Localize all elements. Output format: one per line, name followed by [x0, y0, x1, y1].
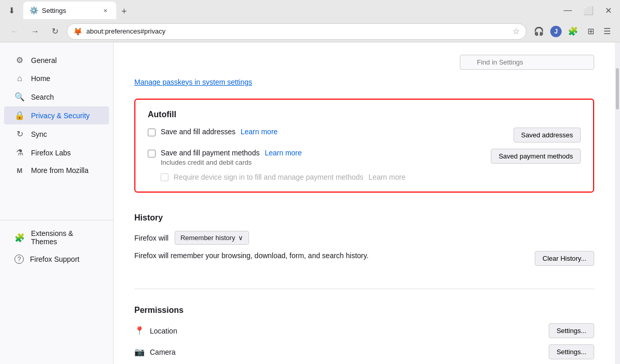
save-addresses-label: Save and fill addresses	[161, 128, 236, 136]
refresh-button[interactable]: ↻	[48, 24, 63, 38]
settings-tab[interactable]: ⚙️ Settings ×	[23, 2, 116, 19]
find-settings-input[interactable]	[460, 55, 594, 70]
history-description: Firefox will remember your browsing, dow…	[134, 251, 368, 260]
tab-list: ⚙️ Settings × +	[21, 2, 557, 19]
title-bar: ⬇ ⚙️ Settings × + — ⬜ ✕	[0, 0, 620, 21]
sync-icon: ↻	[14, 129, 25, 139]
save-payment-label: Save and fill payment methods	[161, 149, 259, 157]
saved-addresses-button[interactable]: Saved addresses	[514, 128, 581, 143]
nav-icons: 🎧 J 🧩 ⊞ ☰	[531, 24, 614, 38]
labs-icon: ⚗	[14, 148, 25, 157]
location-text: Location	[150, 327, 177, 335]
scrollbar-track[interactable]	[615, 42, 620, 364]
profile-avatar[interactable]: J	[550, 26, 562, 37]
require-sign-in-label: Require device sign in to fill and manag…	[174, 173, 363, 181]
saved-payment-action: Saved payment methods	[478, 149, 581, 164]
passkeys-link-wrapper: Manage passkeys in system settings	[134, 78, 594, 94]
minimize-button[interactable]: —	[560, 4, 576, 17]
save-payment-checkbox[interactable]	[148, 150, 156, 157]
history-section: History Firefox will Remember history ∨ …	[134, 205, 594, 280]
maximize-button[interactable]: ⬜	[579, 4, 598, 18]
gear-icon: ⚙	[14, 55, 25, 65]
sidebar-item-extensions[interactable]: 🧩 Extensions & Themes	[4, 225, 109, 250]
find-input-wrapper	[460, 55, 594, 70]
sidebar-label-extensions: Extensions & Themes	[31, 229, 99, 246]
location-icon: 📍	[134, 326, 145, 336]
camera-icon: 📷	[134, 347, 145, 357]
sidebar-item-sync[interactable]: ↻ Sync	[4, 125, 109, 143]
sidebar-label-search: Search	[31, 93, 54, 101]
history-title: History	[134, 213, 594, 223]
clear-history-button[interactable]: Clear History...	[535, 251, 594, 266]
payment-sub-text: Includes credit and debit cards	[161, 159, 478, 166]
main-content: Manage passkeys in system settings Autof…	[114, 42, 615, 364]
mozilla-icon: M	[14, 167, 25, 175]
saved-payment-methods-button[interactable]: Saved payment methods	[491, 149, 581, 164]
sidebar-label-support: Firefox Support	[30, 255, 80, 263]
firefox-will-row: Firefox will Remember history ∨	[134, 231, 594, 245]
camera-settings-button[interactable]: Settings...	[549, 344, 594, 359]
save-addresses-checkbox[interactable]	[148, 129, 156, 136]
new-tab-button[interactable]: +	[117, 4, 131, 19]
tab-favicon: ⚙️	[29, 6, 38, 14]
title-bar-left: ⬇	[4, 4, 19, 18]
address-url: about:preferences#privacy	[86, 27, 508, 35]
support-icon: ?	[14, 255, 24, 264]
title-bar-right: — ⬜ ✕	[560, 4, 616, 18]
sidebar-label-sync: Sync	[31, 130, 47, 138]
saved-addresses-action: Saved addresses	[501, 128, 581, 143]
scrollbar-thumb[interactable]	[616, 68, 619, 109]
sidebar-item-home[interactable]: ⌂ Home	[4, 70, 109, 87]
nav-bar: ← → ↻ 🦊 about:preferences#privacy ☆ 🎧 J …	[0, 21, 620, 42]
sidebar-label-home: Home	[31, 74, 50, 83]
require-sign-in-row: Require device sign in to fill and manag…	[161, 172, 581, 181]
firefox-will-label: Firefox will	[134, 234, 168, 242]
bookmark-star-icon[interactable]: ☆	[513, 26, 520, 36]
autofill-section: Autofill Save and fill addresses Learn m…	[134, 99, 594, 193]
sidebar-item-privacy[interactable]: 🔒 Privacy & Security	[4, 106, 109, 124]
tab-title: Settings	[42, 7, 97, 14]
sidebar-item-general[interactable]: ⚙ General	[4, 51, 109, 69]
manage-passkeys-link[interactable]: Manage passkeys in system settings	[134, 78, 252, 86]
save-payment-content: Save and fill payment methods Learn more…	[148, 149, 478, 166]
sidebar-item-support[interactable]: ? Firefox Support	[4, 250, 109, 268]
location-label: 📍 Location	[134, 326, 549, 336]
sidebar-label-firefox-labs: Firefox Labs	[31, 149, 71, 157]
list-tabs-button[interactable]: ⬇	[4, 4, 19, 18]
grid-button[interactable]: ⊞	[584, 24, 597, 38]
forward-button[interactable]: →	[27, 25, 43, 38]
address-bar[interactable]: 🦊 about:preferences#privacy ☆	[67, 23, 526, 40]
tab-close-button[interactable]: ×	[101, 6, 110, 15]
sidebar-label-privacy: Privacy & Security	[31, 112, 90, 120]
camera-text: Camera	[150, 348, 176, 356]
lock-icon: 🔒	[14, 110, 25, 120]
pocket-button[interactable]: 🎧	[531, 24, 547, 38]
sidebar-item-firefox-labs[interactable]: ⚗ Firefox Labs	[4, 144, 109, 162]
save-payment-checkbox-wrapper: Save and fill payment methods Learn more	[148, 149, 478, 157]
sidebar: ⚙ General ⌂ Home 🔍 Search 🔒 Privacy & Se…	[0, 42, 114, 364]
require-sign-in-learn-more-link[interactable]: Learn more	[368, 173, 406, 181]
sidebar-label-general: General	[31, 56, 57, 65]
save-addresses-learn-more-link[interactable]: Learn more	[241, 128, 278, 136]
sidebar-item-search[interactable]: 🔍 Search	[4, 88, 109, 106]
location-settings-button[interactable]: Settings...	[549, 323, 594, 338]
extensions-button[interactable]: 🧩	[565, 24, 581, 38]
require-sign-in-checkbox[interactable]	[161, 173, 168, 181]
extensions-themes-icon: 🧩	[14, 233, 25, 243]
close-button[interactable]: ✕	[601, 4, 616, 18]
location-permission-row: 📍 Location Settings...	[134, 323, 594, 338]
permissions-section: Permissions 📍 Location Settings... 📷 Cam…	[134, 297, 594, 364]
save-payment-row: Save and fill payment methods Learn more…	[148, 149, 581, 166]
back-button[interactable]: ←	[6, 25, 23, 38]
permissions-title: Permissions	[134, 306, 594, 315]
save-addresses-row: Save and fill addresses Learn more Saved…	[148, 128, 581, 143]
menu-button[interactable]: ☰	[600, 24, 614, 38]
history-dropdown-value: Remember history	[180, 234, 235, 242]
find-settings-wrapper	[460, 55, 594, 70]
camera-permission-row: 📷 Camera Settings...	[134, 344, 594, 359]
history-dropdown[interactable]: Remember history ∨	[175, 231, 249, 245]
home-icon: ⌂	[14, 74, 25, 83]
sidebar-item-mozilla[interactable]: M More from Mozilla	[4, 162, 109, 179]
save-payment-learn-more-link[interactable]: Learn more	[265, 149, 302, 157]
section-divider	[134, 289, 594, 289]
